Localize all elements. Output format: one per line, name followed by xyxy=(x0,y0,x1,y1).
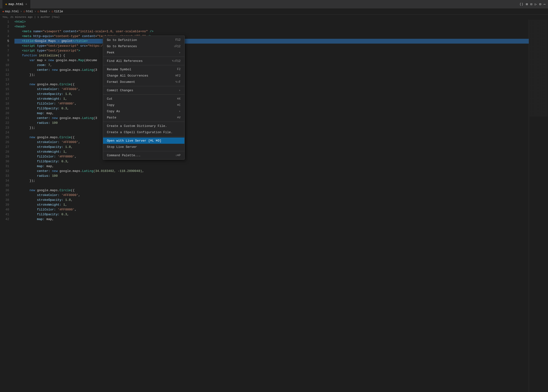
tab-close-button[interactable]: × xyxy=(25,2,28,6)
menu-item[interactable]: Open with Live Server [⌘L ⌘O] xyxy=(103,138,184,144)
code-line[interactable] xyxy=(14,183,529,188)
code-line[interactable]: function initialize() { xyxy=(14,53,529,58)
code-line[interactable]: strokeOpacity: 1.0, xyxy=(14,92,529,97)
breadcrumb-file[interactable]: ◈ map.html xyxy=(2,10,19,13)
editor-tab[interactable]: ◈ map.html × xyxy=(2,0,30,8)
file-icon: ◈ xyxy=(2,10,4,13)
code-line[interactable]: fillColor: '#FF0000', xyxy=(14,207,529,212)
menu-item-label: Commit Changes xyxy=(107,89,177,92)
split-icon[interactable]: ⊟ xyxy=(539,2,541,6)
menu-item-label: Peek xyxy=(107,51,177,54)
code-line[interactable]: map: map, xyxy=(14,217,529,222)
menu-item[interactable]: Peek› xyxy=(103,49,184,56)
menu-item-label: Create a CSpell Configuration File. xyxy=(107,131,180,134)
menu-item[interactable]: Change All Occurrences⌘F2 xyxy=(103,72,184,79)
code-line[interactable]: fillColor: '#FF0000', xyxy=(14,154,529,159)
menu-separator xyxy=(103,94,184,95)
menu-item[interactable]: Create a CSpell Configuration File. xyxy=(103,129,184,135)
code-line[interactable]: center: new google.maps.LatLng(3 xyxy=(14,116,529,121)
code-line[interactable]: var map = new google.maps.Map(docume xyxy=(14,58,529,63)
code-line[interactable]: strokeColor: '#FF0000', xyxy=(14,193,529,198)
line-number: 9 xyxy=(0,58,9,63)
tab-label: map.html xyxy=(8,2,23,6)
code-line[interactable]: radius: 100 xyxy=(14,174,529,178)
menu-item[interactable]: Find All References⌥⇧F12 xyxy=(103,58,184,64)
menu-item-arrow-icon: › xyxy=(179,110,180,113)
menu-item[interactable]: Copy As› xyxy=(103,108,184,114)
menu-item-shortcut: ⌘X xyxy=(177,97,180,101)
menu-separator xyxy=(103,122,184,122)
menu-item[interactable]: Cut⌘X xyxy=(103,96,184,102)
menu-item[interactable]: Go to DefinitionF12 xyxy=(103,37,184,43)
remote-icon[interactable]: ⟨⟩ xyxy=(519,2,523,6)
menu-item[interactable]: Stop Live Server xyxy=(103,144,184,150)
code-line[interactable]: }); xyxy=(14,72,529,77)
code-line[interactable]: <html> xyxy=(14,20,529,24)
code-line[interactable]: fillOpacity: 0.3, xyxy=(14,159,529,164)
code-line[interactable]: strokeWeight: 1, xyxy=(14,149,529,154)
menu-item-label: Find All References xyxy=(107,59,167,63)
breadcrumb-html[interactable]: ◻ html xyxy=(23,10,33,13)
code-line[interactable]: fillOpacity: 0.3, xyxy=(14,212,529,217)
code-line[interactable]: map: map, xyxy=(14,111,529,116)
menu-item-shortcut: ⌘V xyxy=(177,116,180,119)
line-number: 7 xyxy=(0,49,9,53)
code-line[interactable]: radius: 100 xyxy=(14,121,529,126)
code-line[interactable]: strokeOpacity: 1.0, xyxy=(14,145,529,149)
code-line[interactable]: zoom: 7, xyxy=(14,63,529,68)
menu-item[interactable]: Go to References⇧F12 xyxy=(103,43,184,49)
code-line[interactable]: strokeColor: '#FF0000', xyxy=(14,140,529,145)
menu-separator xyxy=(103,65,184,65)
code-line[interactable] xyxy=(14,77,529,82)
line-number: 10 xyxy=(0,63,9,68)
menu-item[interactable]: Command Palette...⇧⌘P xyxy=(103,152,184,158)
menu-item-label: Paste xyxy=(107,116,172,119)
code-line[interactable]: new google.maps.Circle({ xyxy=(14,82,529,87)
code-editor[interactable]: <html><head> <meta name="viewport" conte… xyxy=(12,20,529,392)
source-control-icon[interactable]: ⊞ xyxy=(526,2,528,6)
code-line[interactable]: <script type="text/javascript" src="http… xyxy=(14,44,529,49)
code-line[interactable]: strokeWeight: 1, xyxy=(14,97,529,101)
code-line[interactable]: fillColor: '#FF0000', xyxy=(14,101,529,106)
code-line[interactable] xyxy=(14,130,529,135)
more-icon[interactable]: ⋯ xyxy=(544,2,546,6)
menu-separator xyxy=(103,151,184,151)
code-line[interactable]: <script type="text/javascript"> xyxy=(14,49,529,53)
code-line[interactable]: <meta http-equiv="content-type" content=… xyxy=(14,34,529,39)
breadcrumb-sep-2: › xyxy=(35,10,36,13)
code-line[interactable]: map: map, xyxy=(14,164,529,169)
code-line[interactable]: new google.maps.Circle({ xyxy=(14,188,529,193)
diff-icon[interactable]: ⊡ xyxy=(530,2,532,6)
menu-item[interactable]: Commit Changes› xyxy=(103,87,184,93)
code-line[interactable]: <meta name="viewport" content="initial-s… xyxy=(14,29,529,34)
menu-item[interactable]: Paste⌘V xyxy=(103,114,184,121)
menu-item-shortcut: ⌘F2 xyxy=(175,74,180,77)
editor-container: 1234567891011121314151617181920212223242… xyxy=(0,20,548,392)
menu-item[interactable]: Copy⌘C xyxy=(103,102,184,108)
line-number: 26 xyxy=(0,140,9,145)
code-line[interactable]: strokeOpacity: 1.0, xyxy=(14,198,529,203)
breadcrumb-head[interactable]: ◻ head xyxy=(38,10,47,13)
code-line[interactable]: strokeColor: '#FF0000', xyxy=(14,87,529,92)
breadcrumb-file-label: map.html xyxy=(5,10,19,13)
code-line[interactable]: <head> xyxy=(14,24,529,29)
code-line[interactable]: center: new google.maps.LatLng(3 xyxy=(14,68,529,72)
code-line[interactable]: new google.maps.Circle({ xyxy=(14,135,529,140)
breadcrumb-title[interactable]: ◻ title xyxy=(52,10,63,13)
code-line[interactable]: center: new google.maps.LatLng(34.018340… xyxy=(14,169,529,174)
code-line[interactable]: }); xyxy=(14,178,529,183)
menu-item-shortcut: ⌘C xyxy=(177,103,180,107)
code-line[interactable]: fillOpacity: 0.3, xyxy=(14,106,529,111)
title-bar: ◈ map.html × ⟨⟩ ⊞ ⊡ ▷ ⊟ ⋯ xyxy=(0,0,548,8)
menu-item[interactable]: Rename SymbolF2 xyxy=(103,66,184,72)
line-number: 11 xyxy=(0,68,9,72)
menu-item-shortcut: ⌥⇧F12 xyxy=(172,59,180,63)
line-number: 41 xyxy=(0,212,9,217)
code-line[interactable]: <title>Google Maps – gmplot</title> xyxy=(14,39,529,44)
menu-item[interactable]: Create a Custom Dictionary File. xyxy=(103,123,184,129)
run-icon[interactable]: ▷ xyxy=(535,2,537,6)
menu-item[interactable]: Format Document⌥⇧F xyxy=(103,79,184,85)
menu-separator xyxy=(103,136,184,137)
code-line[interactable]: }); xyxy=(14,126,529,130)
code-line[interactable]: strokeWeight: 1, xyxy=(14,203,529,207)
